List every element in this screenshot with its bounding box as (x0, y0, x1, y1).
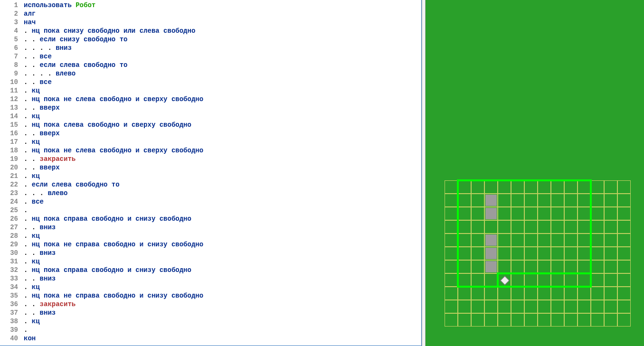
code-token: . . (24, 61, 40, 69)
grid-cell (538, 247, 551, 260)
code-line[interactable]: нач (24, 18, 421, 27)
grid-cell (498, 247, 511, 260)
code-line[interactable]: . . если слева свободно то (24, 61, 421, 69)
code-line[interactable]: . нц пока не справа свободно и снизу сво… (24, 291, 421, 300)
code-line[interactable]: использовать Робот (24, 1, 421, 9)
code-area[interactable]: использовать Роботалгнач. нц пока снизу … (21, 0, 421, 346)
line-number: 27 (0, 223, 18, 232)
line-number: 32 (0, 266, 18, 274)
grid-cell (578, 273, 591, 287)
code-line[interactable]: . . если снизу свободно то (24, 35, 421, 44)
grid-cell (511, 207, 524, 220)
line-number: 7 (0, 52, 18, 61)
code-token: если (40, 36, 56, 43)
painted-cell (485, 208, 497, 219)
code-line[interactable]: алг (24, 9, 421, 18)
code-line[interactable]: . . вверх (24, 129, 421, 138)
grid-cell (445, 287, 458, 300)
grid-cell (578, 287, 591, 300)
code-line[interactable]: . нц пока снизу свободно или слева свобо… (24, 27, 421, 35)
grid-cell (524, 207, 538, 220)
code-line[interactable]: . нц пока справа свободно и снизу свобод… (24, 215, 421, 223)
code-token: . (24, 112, 32, 120)
grid-cell (471, 273, 484, 287)
code-line[interactable]: . . закрасить (24, 155, 421, 163)
code-line[interactable]: . кц (24, 317, 421, 326)
grid-cell (538, 180, 551, 194)
code-token (60, 121, 64, 129)
grid-cell (564, 300, 578, 313)
code-line[interactable]: . все (24, 197, 421, 206)
code-token: справа свободно (76, 292, 135, 299)
code-line[interactable]: . нц пока не слева свободно и сверху сво… (24, 95, 421, 103)
grid-cell (591, 273, 604, 287)
line-number: 33 (0, 274, 18, 283)
grid-cell (458, 220, 471, 234)
code-token: . . (24, 275, 40, 282)
grid-cell (511, 194, 524, 207)
grid-cell (484, 287, 498, 300)
code-line[interactable]: . нц пока слева свободно и сверху свобод… (24, 121, 421, 129)
code-token: кон (24, 335, 36, 342)
grid-cell (524, 260, 538, 273)
grid-cell (511, 247, 524, 260)
grid-cell (604, 207, 617, 220)
code-line[interactable]: . нц пока не слева свободно и сверху сво… (24, 146, 421, 155)
code-line[interactable]: . . . влево (24, 189, 421, 197)
grid-cell (551, 287, 564, 300)
code-line[interactable]: . . все (24, 78, 421, 86)
code-line[interactable]: . . все (24, 52, 421, 61)
code-token: . (24, 241, 32, 248)
code-line[interactable]: . . вверх (24, 103, 421, 112)
code-line[interactable]: . нц пока не справа свободно и снизу сво… (24, 240, 421, 249)
code-line[interactable]: . . . . вниз (24, 44, 421, 52)
code-line[interactable]: . кц (24, 232, 421, 240)
code-line[interactable]: . . вверх (24, 163, 421, 172)
grid-cell (578, 194, 591, 207)
grid-cell (617, 234, 631, 247)
code-token: закрасить (40, 155, 76, 163)
code-editor[interactable]: 1234567891011121314151617181920212223242… (0, 0, 422, 346)
grid-cell (524, 247, 538, 260)
code-token: . . (24, 78, 40, 86)
code-token: все (32, 198, 44, 206)
code-line[interactable]: . (24, 326, 421, 334)
code-line[interactable]: . кц (24, 138, 421, 146)
grid-cell (591, 180, 604, 194)
code-line[interactable]: . . закрасить (24, 300, 421, 309)
line-number: 14 (0, 112, 18, 121)
code-line[interactable]: . кц (24, 112, 421, 121)
code-token (72, 241, 76, 248)
code-line[interactable]: . кц (24, 172, 421, 180)
code-line[interactable]: . нц пока справа свободно и снизу свобод… (24, 266, 421, 274)
grid-cell (551, 273, 564, 287)
grid-cell (524, 273, 538, 287)
grid-cell (471, 260, 484, 273)
code-token: . . (24, 53, 40, 60)
grid-cell (617, 220, 631, 234)
code-line[interactable]: . . вниз (24, 274, 421, 283)
code-line[interactable]: кон (24, 334, 421, 343)
grid-cell (498, 220, 511, 234)
code-line[interactable]: . (24, 206, 421, 215)
code-line[interactable]: . . вниз (24, 309, 421, 317)
code-token (56, 61, 59, 69)
grid-cell (484, 313, 498, 327)
code-token: нц пока не (32, 147, 72, 154)
code-token: слева свободно (60, 61, 116, 69)
code-line[interactable]: . . . . влево (24, 69, 421, 78)
code-token (120, 27, 123, 35)
code-line[interactable]: . если слева свободно то (24, 180, 421, 189)
pane-divider[interactable] (422, 0, 426, 346)
code-line[interactable]: . кц (24, 283, 421, 291)
grid-cell (458, 260, 471, 273)
grid-cell (551, 234, 564, 247)
code-line[interactable]: . кц (24, 257, 421, 266)
grid-cell (551, 313, 564, 327)
wall (457, 286, 592, 288)
grid-cell (538, 207, 551, 220)
code-line[interactable]: . . вниз (24, 249, 421, 257)
code-token: . . (24, 155, 40, 163)
code-line[interactable]: . . вниз (24, 223, 421, 232)
code-line[interactable]: . кц (24, 86, 421, 95)
